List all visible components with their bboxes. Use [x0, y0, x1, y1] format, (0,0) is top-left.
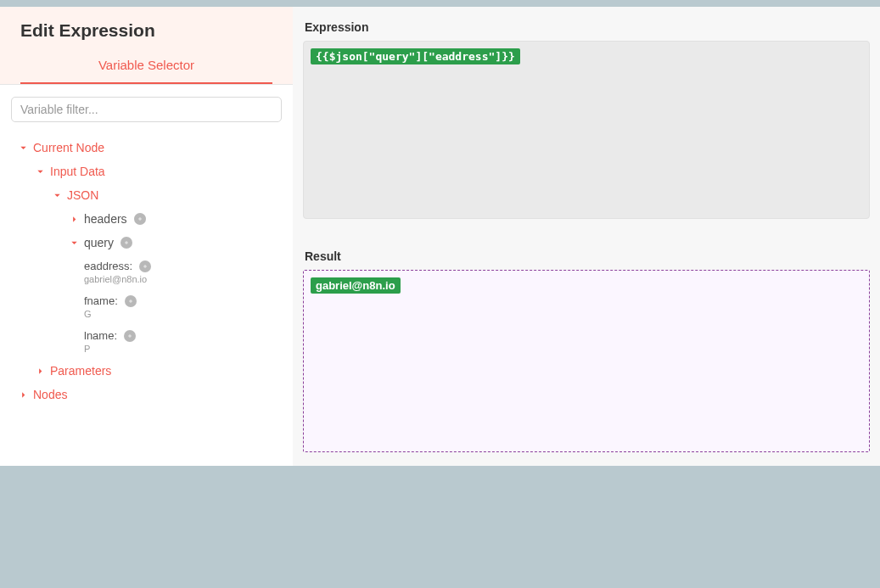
tree-label: query	[84, 236, 114, 249]
leaf-value: G	[84, 309, 92, 319]
chevron-down-icon	[18, 143, 28, 153]
add-icon[interactable]	[121, 237, 132, 249]
filter-wrap	[0, 85, 293, 122]
tree-label: headers	[84, 212, 127, 226]
tree-node-parameters[interactable]: Parameters	[11, 359, 282, 383]
leaf-key: lname:	[84, 329, 117, 342]
svg-rect-2	[138, 219, 142, 220]
svg-rect-11	[129, 300, 132, 301]
tree-label: Parameters	[50, 364, 111, 378]
result-value-chip: gabriel@n8n.io	[311, 277, 401, 294]
tree-label: Current Node	[33, 141, 104, 154]
chevron-down-icon	[52, 190, 62, 200]
variable-filter-input[interactable]	[11, 97, 282, 122]
chevron-right-icon	[18, 389, 28, 400]
tree-label: Input Data	[50, 165, 105, 178]
tree-node-query[interactable]: query	[11, 231, 282, 255]
svg-rect-8	[143, 266, 147, 266]
background-under-dialog: Add Value Options: Currently no properti…	[0, 466, 880, 588]
leaf-value: P	[84, 344, 90, 354]
svg-rect-5	[125, 243, 128, 244]
expression-label: Expression	[303, 20, 870, 34]
left-panel: Edit Expression Variable Selector Curren…	[0, 7, 293, 466]
leaf-key: fname:	[84, 294, 118, 307]
tab-variable-selector[interactable]: Variable Selector	[20, 58, 272, 84]
tree-node-input-data[interactable]: Input Data	[11, 160, 282, 183]
expression-editor[interactable]: {{$json["query"]["eaddress"]}}	[303, 41, 870, 219]
dialog-title: Edit Expression	[20, 20, 272, 41]
tree-label: JSON	[67, 188, 98, 202]
tab-row: Variable Selector	[20, 58, 272, 84]
variable-tree: Current Node Input Data JSON headers	[0, 122, 293, 406]
tree-node-headers[interactable]: headers	[11, 207, 282, 231]
add-icon[interactable]	[139, 260, 151, 272]
tree-leaf-fname[interactable]: fname: G	[11, 289, 282, 324]
window-top-strip	[0, 0, 880, 7]
add-icon[interactable]	[134, 213, 146, 225]
tree-node-nodes[interactable]: Nodes	[11, 383, 282, 406]
tree-label: Nodes	[33, 388, 67, 401]
add-icon[interactable]	[124, 330, 136, 342]
leaf-value: gabriel@n8n.io	[84, 274, 147, 284]
svg-rect-14	[128, 335, 132, 336]
tree-leaf-lname[interactable]: lname: P	[11, 324, 282, 359]
chevron-right-icon	[35, 366, 45, 376]
result-output: gabriel@n8n.io	[303, 270, 870, 452]
tree-node-json[interactable]: JSON	[11, 183, 282, 207]
spacer	[303, 219, 870, 249]
leaf-key: eaddress:	[84, 260, 132, 272]
chevron-down-icon	[69, 238, 79, 248]
left-header: Edit Expression Variable Selector	[0, 7, 293, 84]
result-label: Result	[303, 249, 870, 263]
chevron-right-icon	[69, 214, 79, 224]
chevron-down-icon	[35, 166, 45, 176]
add-icon[interactable]	[125, 295, 137, 307]
edit-expression-dialog: Edit Expression Variable Selector Curren…	[0, 7, 880, 466]
tree-leaf-eaddress[interactable]: eaddress: gabriel@n8n.io	[11, 255, 282, 289]
expression-code-chip: {{$json["query"]["eaddress"]}}	[311, 48, 520, 64]
right-panel: Expression {{$json["query"]["eaddress"]}…	[293, 7, 880, 466]
tree-node-current-node[interactable]: Current Node	[11, 136, 282, 160]
